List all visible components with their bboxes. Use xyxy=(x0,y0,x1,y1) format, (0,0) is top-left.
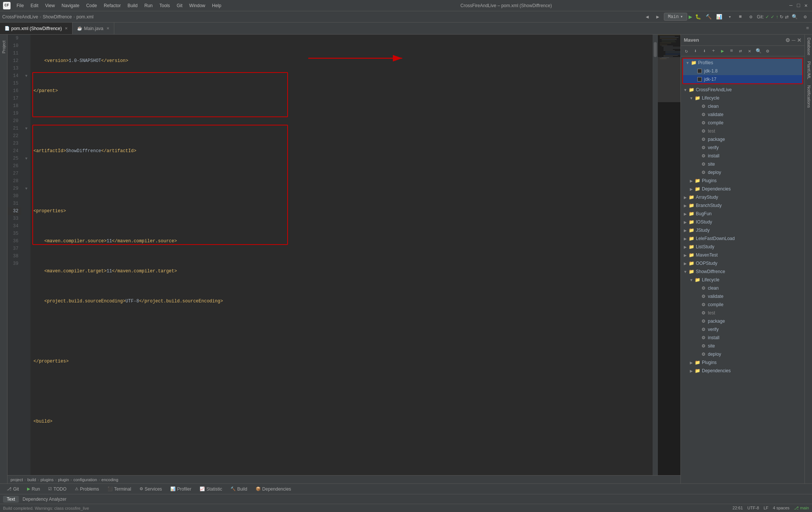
maven-verify-crossfire[interactable]: ⚙ verify xyxy=(681,143,804,152)
bottom-tab-todo[interactable]: ☑ TODO xyxy=(44,486,70,492)
close-button[interactable]: ✕ xyxy=(803,3,809,9)
fold-icon-25[interactable]: ▼ xyxy=(25,157,27,161)
bottom-tab-run[interactable]: ▶ Run xyxy=(23,486,44,492)
bottom-tab-dependencies[interactable]: 📦 Dependencies xyxy=(252,486,295,492)
maven-iostudy[interactable]: ▶ 📁 IOStudy xyxy=(681,218,804,226)
fold-icon-14[interactable]: ▼ xyxy=(25,74,27,78)
maven-arraystudy[interactable]: ▶ 📁 ArrayStudy xyxy=(681,193,804,201)
plantuml-panel-button[interactable]: PlantUML xyxy=(805,58,812,82)
maven-package-show[interactable]: ⚙ package xyxy=(681,317,804,325)
vertical-scrollbar[interactable] xyxy=(653,35,658,475)
run-config-selector[interactable]: Main ▾ xyxy=(664,13,687,21)
status-line-ending[interactable]: LF xyxy=(764,506,768,510)
maven-compile-show[interactable]: ⚙ compile xyxy=(681,301,804,309)
maven-oopstudy[interactable]: ▶ 📁 OOPStudy xyxy=(681,259,804,267)
breadcrumb-module[interactable]: ShowDiffrence xyxy=(42,14,72,20)
maven-settings-file-button[interactable]: ⚙ xyxy=(764,47,772,55)
bc-configuration[interactable]: configuration xyxy=(73,477,97,482)
maven-download-button[interactable]: ⬇ xyxy=(691,47,700,55)
maven-verify-show[interactable]: ⚙ verify xyxy=(681,325,804,334)
plugins-expand-icon[interactable]: ▶ xyxy=(688,178,694,184)
breadcrumb-project[interactable]: CrossFireAndLive xyxy=(2,14,38,20)
maven-plugins-show[interactable]: ▶ 📁 Plugins xyxy=(681,358,804,367)
maven-clean-crossfire[interactable]: ⚙ clean xyxy=(681,102,804,110)
build-button[interactable]: 🔨 xyxy=(704,12,713,21)
bottom-tab-git[interactable]: ⎇ Git xyxy=(3,486,23,492)
profiles-expand-icon[interactable]: ▼ xyxy=(685,60,691,66)
tab-main-java[interactable]: ☕ Main.java ✕ xyxy=(73,23,114,34)
maven-dependencies-crossfire[interactable]: ▶ 📁 Dependencies xyxy=(681,185,804,193)
menu-file[interactable]: File xyxy=(14,2,27,9)
maven-test-show[interactable]: ⚙ test xyxy=(681,309,804,317)
search-button[interactable]: 🔍 xyxy=(790,12,799,21)
bottom-tab-terminal[interactable]: ⬛ Terminal xyxy=(104,486,135,492)
maven-clean-show[interactable]: ⚙ clean xyxy=(681,284,804,292)
maven-lelefastdownload[interactable]: ▶ 📁 LeleFastDownLoad xyxy=(681,234,804,243)
maven-lifecycle-crossfire[interactable]: ▼ 📁 Lifecycle xyxy=(681,94,804,102)
maven-minimize-icon[interactable]: ─ xyxy=(792,37,795,43)
bottom-tab-profiler[interactable]: 📊 Profiler xyxy=(167,486,195,492)
stop-button[interactable]: ■ xyxy=(736,12,745,21)
maven-skip-tests-button[interactable]: ✕ xyxy=(745,47,754,55)
bottom-tab-build[interactable]: 🔨 Build xyxy=(227,486,251,492)
maven-test-crossfire[interactable]: ⚙ test xyxy=(681,127,804,135)
gear-button[interactable]: ⚙ xyxy=(801,12,810,21)
bc-project[interactable]: project xyxy=(11,477,23,482)
breadcrumb-file[interactable]: pom.xml xyxy=(76,14,93,20)
maven-settings-icon[interactable]: ⚙ xyxy=(785,37,790,43)
maven-site-show[interactable]: ⚙ site xyxy=(681,342,804,350)
database-panel-button[interactable]: Database xyxy=(805,35,812,58)
menu-help[interactable]: Help xyxy=(209,2,224,9)
minimap[interactable] xyxy=(658,35,680,475)
maven-lifecycle-show[interactable]: ▼ 📁 Lifecycle xyxy=(681,276,804,284)
maven-add-button[interactable]: + xyxy=(709,47,718,55)
bc-build[interactable]: build xyxy=(27,477,36,482)
git-refresh-icon[interactable]: ↻ xyxy=(780,14,783,20)
menu-tools[interactable]: Tools xyxy=(156,2,173,9)
tab-pom-xml[interactable]: 📄 pom.xml (ShowDiffrence) ✕ xyxy=(0,23,73,34)
maven-compile-crossfire[interactable]: ⚙ compile xyxy=(681,119,804,127)
coverage-button[interactable]: 📊 xyxy=(715,12,724,21)
crossfire-expand-icon[interactable]: ▼ xyxy=(682,87,688,93)
maven-maventest[interactable]: ▶ 📁 MavenTest xyxy=(681,251,804,259)
maven-tree-crossfireandlive[interactable]: ▼ 📁 CrossFireAndLive xyxy=(681,86,804,94)
notifications-panel-button[interactable]: Notifications xyxy=(805,82,812,111)
text-tab[interactable]: Text xyxy=(3,496,19,503)
run-button[interactable]: ▶ xyxy=(689,13,692,21)
maven-validate-crossfire[interactable]: ⚙ validate xyxy=(681,110,804,119)
code-lines[interactable]: <version>1.0-SNAPSHOT</version> </parent… xyxy=(30,35,653,475)
menu-view[interactable]: View xyxy=(42,2,58,9)
code-editor[interactable]: 9 10 11 12 13 14 15 16 17 18 19 20 21 22… xyxy=(8,35,680,475)
lifecycle-expand-icon[interactable]: ▼ xyxy=(688,95,694,101)
maven-close-icon[interactable]: ✕ xyxy=(797,37,801,43)
git-translate-icon[interactable]: ⇄ xyxy=(785,14,789,20)
tab-main-close[interactable]: ✕ xyxy=(106,26,109,30)
menu-navigate[interactable]: Navigate xyxy=(59,2,82,9)
maven-deploy-crossfire[interactable]: ⚙ deploy xyxy=(681,168,804,177)
debug-button[interactable]: 🐛 xyxy=(694,12,703,21)
maven-liststudy[interactable]: ▶ 📁 ListStudy xyxy=(681,243,804,251)
maven-download-sources-button[interactable]: ⬇ xyxy=(700,47,709,55)
menu-git[interactable]: Git xyxy=(174,2,185,9)
maven-bugfun[interactable]: ▶ 📁 BugFun xyxy=(681,210,804,218)
menu-code[interactable]: Code xyxy=(83,2,100,9)
maven-profiles-header[interactable]: ▼ 📁 Profiles xyxy=(683,59,802,67)
back-button[interactable]: ◀ xyxy=(643,12,652,21)
bc-plugins[interactable]: plugins xyxy=(41,477,54,482)
menu-refactor[interactable]: Refactor xyxy=(101,2,124,9)
maven-profile-jdk17[interactable]: jdk-17 xyxy=(683,75,802,83)
menu-edit[interactable]: Edit xyxy=(27,2,41,9)
maven-dependencies-show[interactable]: ▶ 📁 Dependencies xyxy=(681,367,804,375)
bottom-tab-statistic[interactable]: 📈 Statistic xyxy=(196,486,226,492)
maven-plugins-crossfire[interactable]: ▶ 📁 Plugins xyxy=(681,177,804,185)
maven-validate-show[interactable]: ⚙ validate xyxy=(681,292,804,301)
forward-button[interactable]: ▶ xyxy=(653,12,662,21)
maven-profile-jdk18[interactable]: jdk-1.8 xyxy=(683,67,802,75)
dependency-analyzer-tab[interactable]: Dependency Analyzer xyxy=(19,496,70,503)
maven-lifecycle-button[interactable]: ≡ xyxy=(727,47,736,55)
minimize-button[interactable]: ─ xyxy=(788,3,794,9)
status-indent[interactable]: 4 spaces xyxy=(773,506,789,510)
bc-encoding[interactable]: encoding xyxy=(102,477,118,482)
fold-icon-21[interactable]: ▼ xyxy=(25,127,27,131)
maven-run-button[interactable]: ▶ xyxy=(718,47,727,55)
